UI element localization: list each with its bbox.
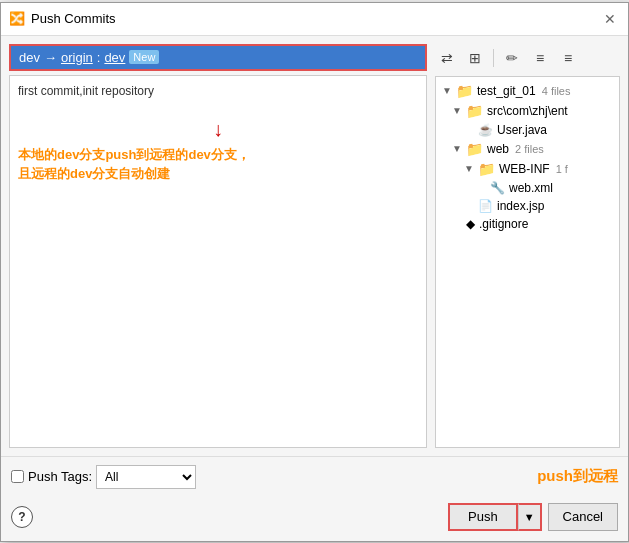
- folder-icon: 📁: [466, 141, 483, 157]
- close-button[interactable]: ✕: [600, 9, 620, 29]
- branch-arrow: →: [44, 50, 57, 65]
- bottom-bar: Push Tags: All push到远程: [1, 456, 628, 497]
- push-tags-checkbox[interactable]: [11, 470, 24, 483]
- action-row: ? Push ▼ Cancel: [1, 497, 628, 541]
- file-count: 4 files: [542, 85, 571, 97]
- tree-item-label: User.java: [497, 123, 547, 137]
- expand-icon: ▼: [452, 105, 462, 116]
- remote-name[interactable]: origin: [61, 50, 93, 65]
- tree-item-gitignore[interactable]: ◆ .gitignore: [440, 215, 615, 233]
- tree-item-indexjsp[interactable]: 📄 index.jsp: [440, 197, 615, 215]
- remote-branch[interactable]: dev: [104, 50, 125, 65]
- push-split-button: Push ▼: [448, 503, 542, 531]
- title-bar: 🔀 Push Commits ✕: [1, 3, 628, 36]
- jsp-file-icon: 📄: [478, 199, 493, 213]
- align-button[interactable]: ≡: [528, 46, 552, 70]
- tree-item-label: web.xml: [509, 181, 553, 195]
- tree-item-root[interactable]: ▼ 📁 test_git_01 4 files: [440, 81, 615, 101]
- push-tags-section: Push Tags: All: [11, 465, 196, 489]
- push-button[interactable]: Push: [448, 503, 518, 531]
- tree-item-label: test_git_01: [477, 84, 536, 98]
- commit-area: first commit,init repository ↓ 本地的dev分支p…: [9, 75, 427, 448]
- left-panel: dev → origin : dev New first commit,init…: [9, 44, 427, 448]
- file-count: 2 files: [515, 143, 544, 155]
- local-branch-label: dev: [19, 50, 40, 65]
- push-dropdown-button[interactable]: ▼: [518, 503, 542, 531]
- git-file-icon: ◆: [466, 217, 475, 231]
- tree-item-webxml[interactable]: 🔧 web.xml: [440, 179, 615, 197]
- tree-item-label: src\com\zhj\ent: [487, 104, 568, 118]
- commit-item: first commit,init repository: [18, 84, 418, 98]
- expand-icon: ▼: [464, 163, 474, 174]
- branch-selector[interactable]: dev → origin : dev New: [9, 44, 427, 71]
- tree-item-label: .gitignore: [479, 217, 528, 231]
- main-content: dev → origin : dev New first commit,init…: [1, 36, 628, 456]
- tree-item-userjava[interactable]: ☕ User.java: [440, 121, 615, 139]
- tree-item-web[interactable]: ▼ 📁 web 2 files: [440, 139, 615, 159]
- folder-icon: 📁: [466, 103, 483, 119]
- annotation-text: 本地的dev分支push到远程的dev分支， 且远程的dev分支自动创建: [18, 145, 418, 184]
- tree-item-label: WEB-INF: [499, 162, 550, 176]
- cancel-button[interactable]: Cancel: [548, 503, 618, 531]
- tags-select[interactable]: All: [96, 465, 196, 489]
- xml-file-icon: 🔧: [490, 181, 505, 195]
- folder-icon: 📁: [478, 161, 495, 177]
- dialog-icon: 🔀: [9, 11, 25, 27]
- tree-item-label: index.jsp: [497, 199, 544, 213]
- help-button[interactable]: ?: [11, 506, 33, 528]
- sort-button[interactable]: ≡: [556, 46, 580, 70]
- push-commits-dialog: 🔀 Push Commits ✕ dev → origin : dev New …: [0, 2, 629, 542]
- dialog-title: Push Commits: [31, 11, 594, 26]
- branch-separator: :: [97, 50, 101, 65]
- arrow-down-icon: ↓: [18, 118, 418, 141]
- file-tree: ▼ 📁 test_git_01 4 files ▼ 📁 src\com\zhj\…: [435, 76, 620, 448]
- new-badge: New: [129, 50, 159, 64]
- file-count: 1 f: [556, 163, 568, 175]
- remote-push-label: push到远程: [537, 467, 618, 486]
- push-tags-label: Push Tags:: [28, 469, 92, 484]
- right-toolbar: ⇄ ⊞ ✏ ≡ ≡: [435, 44, 620, 72]
- toolbar-separator: [493, 49, 494, 67]
- edit-button[interactable]: ✏: [500, 46, 524, 70]
- right-panel: ⇄ ⊞ ✏ ≡ ≡ ▼ 📁 test_git_01 4 files ▼ 📁: [435, 44, 620, 448]
- expand-icon: ▼: [452, 143, 462, 154]
- expand-icon: ▼: [442, 85, 452, 96]
- folder-icon: 📁: [456, 83, 473, 99]
- tree-item-webinf[interactable]: ▼ 📁 WEB-INF 1 f: [440, 159, 615, 179]
- refresh-button[interactable]: ⇄: [435, 46, 459, 70]
- grid-button[interactable]: ⊞: [463, 46, 487, 70]
- tree-item-label: web: [487, 142, 509, 156]
- java-file-icon: ☕: [478, 123, 493, 137]
- tree-item-src[interactable]: ▼ 📁 src\com\zhj\ent: [440, 101, 615, 121]
